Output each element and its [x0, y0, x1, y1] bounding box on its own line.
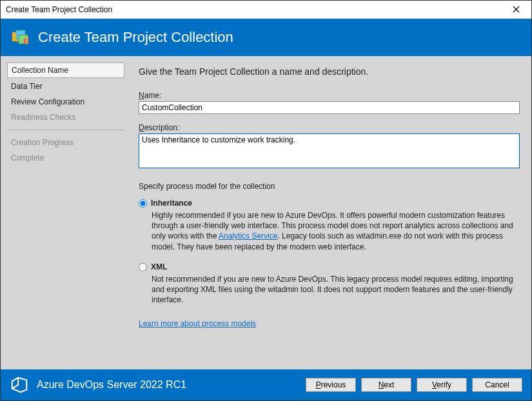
footer-brand: Azure DevOps Server 2022 RC1	[10, 375, 298, 395]
radio-inheritance-row[interactable]: Inheritance	[139, 199, 520, 208]
radio-xml-desc: Not recommended if you are new to Azure …	[152, 274, 520, 306]
radio-inheritance-desc: Highly recommended if you are new to Azu…	[152, 210, 520, 252]
name-label: Name:	[139, 91, 520, 100]
close-icon	[513, 6, 520, 13]
wizard-sidebar: Collection Name Data Tier Review Configu…	[1, 56, 130, 370]
page-instruction: Give the Team Project Collection a name …	[139, 66, 520, 77]
sidebar-step-data-tier[interactable]: Data Tier	[7, 79, 124, 93]
wizard-footer: Azure DevOps Server 2022 RC1 Previous Ne…	[1, 369, 531, 400]
sidebar-divider	[7, 130, 124, 130]
wizard-main: Give the Team Project Collection a name …	[130, 56, 531, 370]
radio-xml-label: XML	[151, 262, 167, 271]
radio-xml[interactable]	[139, 263, 147, 271]
svg-rect-4	[26, 37, 28, 44]
azure-devops-icon	[10, 375, 29, 395]
learn-more-link[interactable]: Learn more about process models	[139, 319, 256, 328]
svg-rect-2	[19, 35, 28, 44]
radio-xml-row[interactable]: XML	[139, 262, 520, 271]
previous-button[interactable]: Previous	[306, 378, 356, 392]
header-logo-icon	[11, 28, 29, 46]
header-title: Create Team Project Collection	[38, 29, 233, 46]
sidebar-step-creation-progress: Creation Progress	[7, 135, 124, 150]
window-title: Create Team Project Collection	[6, 5, 112, 14]
description-label: Description:	[139, 123, 520, 132]
radio-inheritance-label: Inheritance	[151, 199, 192, 208]
sidebar-step-collection-name[interactable]: Collection Name	[7, 63, 124, 78]
verify-button[interactable]: Verify	[417, 378, 467, 392]
wizard-body: Collection Name Data Tier Review Configu…	[1, 56, 531, 370]
sidebar-step-review-configuration[interactable]: Review Configuration	[7, 95, 124, 109]
titlebar: Create Team Project Collection	[1, 1, 531, 19]
radio-inheritance[interactable]	[139, 199, 147, 208]
next-button[interactable]: Next	[361, 378, 411, 392]
description-input[interactable]: Uses Inheritance to customize work track…	[139, 133, 520, 168]
footer-buttons: Previous Next Verify Cancel	[306, 378, 522, 392]
cancel-button[interactable]: Cancel	[472, 378, 522, 392]
process-model-label: Specify process model for the collection	[139, 182, 520, 191]
wizard-header: Create Team Project Collection	[1, 19, 531, 56]
analytics-service-link[interactable]: Analytics Service	[219, 231, 277, 240]
close-button[interactable]	[504, 3, 527, 17]
sidebar-step-readiness-checks: Readiness Checks	[7, 110, 124, 124]
sidebar-step-complete: Complete	[7, 151, 124, 165]
svg-rect-3	[24, 39, 26, 44]
name-input[interactable]	[139, 101, 520, 114]
